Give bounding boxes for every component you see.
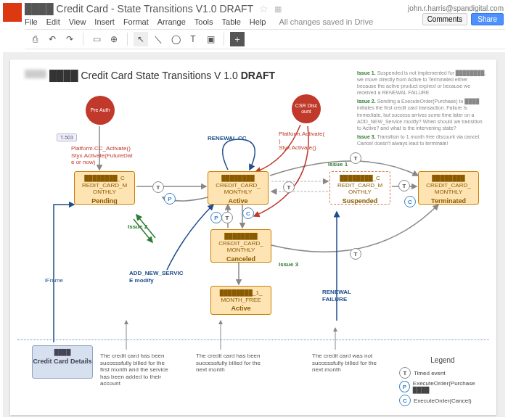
issues-panel: Issue 1. Suspended is not implemented fo… (357, 70, 488, 147)
divider-line (17, 339, 489, 340)
pill-p2: P (210, 212, 222, 223)
state-ccdetails[interactable]: ████Credit Card Details (32, 345, 93, 379)
menu-edit[interactable]: Edit (46, 17, 60, 26)
menu-tools[interactable]: Tools (194, 17, 213, 26)
fit-icon[interactable]: ▭ (89, 32, 104, 46)
issue3-label: Issue 3 (279, 261, 298, 268)
doc-title[interactable]: ████ Credit Card - State Transitions V1.… (25, 3, 253, 15)
state-active[interactable]: ████████ CREDIT_CARD_ MONTHLYActive (208, 171, 269, 205)
menu-insert[interactable]: Insert (94, 17, 115, 26)
cc-activate-label: Platform.CC_Activate() Styx.Activate(Fut… (71, 145, 151, 166)
menu-view[interactable]: View (69, 17, 86, 26)
menu-table[interactable]: Table (222, 17, 241, 26)
state-monthfree[interactable]: ████████_1_ MONTH_FREEActive (210, 286, 271, 315)
note-2: The credit card has been successfully bi… (196, 353, 261, 374)
user-email[interactable]: john.r.harris@spandigital.com (408, 4, 504, 12)
pill-t6: T (350, 152, 361, 164)
more-icon[interactable]: ＋ (230, 32, 245, 46)
line-icon[interactable]: ＼ (151, 32, 165, 46)
pill-t2: T (283, 181, 295, 193)
save-status: All changes saved in Drive (279, 17, 373, 26)
menu-arrange[interactable]: Arrange (157, 17, 186, 26)
print-icon[interactable]: ⎙ (28, 32, 42, 46)
toolbar: ⎙ ↶ ↷ ▭ ⊕ ↖ ＼ ◯ T ▣ ＋ (25, 29, 505, 49)
star-icon[interactable]: ☆ (259, 3, 269, 15)
pointer-icon[interactable]: ↖ (134, 32, 148, 46)
state-suspended[interactable]: ████████_C REDIT_CARD_M ONTHLYSuspended (329, 171, 390, 205)
pill-t3: T (398, 180, 410, 192)
app-logo (3, 3, 22, 22)
state-pending[interactable]: ████████_C REDIT_CARD_M ONTHLYPending (74, 171, 135, 205)
legend: Legend TTimed event PExecuteOrder(Purcha… (399, 356, 486, 408)
share-button[interactable]: Share (471, 13, 504, 25)
pill-c: C (242, 207, 254, 219)
state-canceled[interactable]: ████████ CREDIT_CARD_ MONTHLYCanceled (210, 229, 271, 263)
undo-icon[interactable]: ↶ (45, 32, 60, 46)
comments-button[interactable]: Comments (422, 13, 467, 25)
note-1: The credit card has been successfully bi… (100, 353, 173, 387)
pill-t4: T (221, 212, 233, 223)
menu-format[interactable]: Format (123, 17, 149, 26)
renewal-failure-label: RENEWAL FAILURE (322, 289, 351, 302)
renewal-cc-label: RENEWAL CC (208, 135, 247, 142)
image-icon[interactable]: ▣ (203, 32, 218, 46)
iframe-label: iFrame (45, 277, 63, 284)
menu-help[interactable]: Help (250, 17, 266, 26)
csr-circle[interactable]: CSR Disc ount (292, 94, 321, 123)
pill-t5: T (350, 248, 361, 260)
preauth-circle[interactable]: Pre Auth (86, 96, 115, 125)
issue1-label: Issue 1 (328, 161, 348, 168)
folder-icon[interactable]: ▦ (274, 4, 282, 14)
zoom-icon[interactable]: ⊕ (107, 32, 121, 46)
tag-t503[interactable]: T-503 (57, 133, 77, 141)
pill-t: T (152, 181, 164, 193)
pill-c2: C (404, 196, 416, 207)
drawing-canvas[interactable]: xxxx ████ Credit Card State Transitions … (10, 59, 496, 415)
text-icon[interactable]: T (186, 32, 200, 46)
note-3: The credit card was not successfully bil… (312, 353, 377, 374)
redo-icon[interactable]: ↷ (62, 32, 77, 46)
add-new-label: ADD_NEW_SERVIC E modify (129, 270, 184, 284)
platform-activate-label: Platform.Activate( ) Styx.Activate() (279, 131, 344, 152)
state-terminated[interactable]: ████████ CREDIT_CARD_ MONTHLYTerminated (418, 171, 479, 205)
pill-p: P (164, 193, 176, 205)
shape-icon[interactable]: ◯ (168, 32, 183, 46)
issue2-label: Issue 2 (128, 223, 147, 231)
menu-file[interactable]: File (25, 17, 38, 26)
page-title: xxxx ████ Credit Card State Transitions … (25, 70, 275, 81)
